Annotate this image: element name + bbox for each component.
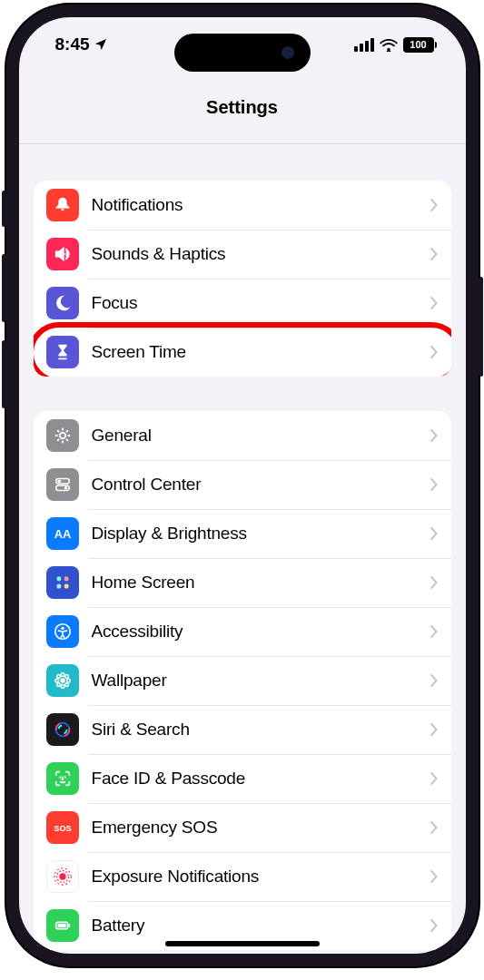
flower-icon	[46, 664, 79, 697]
chevron-right-icon	[430, 197, 439, 213]
location-icon	[94, 37, 108, 52]
volume-down-button	[2, 340, 6, 408]
row-label: Notifications	[92, 195, 430, 215]
row-accessibility[interactable]: Accessibility	[34, 607, 451, 656]
row-label: Battery	[92, 916, 430, 936]
side-button	[2, 191, 6, 227]
page-title: Settings	[206, 97, 278, 118]
status-time: 8:45	[55, 34, 90, 54]
row-label: Sounds & Haptics	[92, 244, 430, 264]
svg-point-6	[64, 486, 67, 490]
row-faceid[interactable]: Face ID & Passcode	[34, 754, 451, 803]
row-general[interactable]: General	[34, 411, 451, 460]
row-wallpaper[interactable]: Wallpaper	[34, 656, 451, 705]
speaker-icon	[46, 238, 79, 270]
power-button	[479, 277, 483, 377]
svg-point-20	[64, 675, 68, 679]
wifi-icon	[380, 38, 398, 52]
svg-rect-9	[64, 577, 68, 582]
svg-point-25	[58, 725, 66, 733]
row-sounds[interactable]: Sounds & Haptics	[34, 230, 451, 279]
settings-group-2: General Control Center AA Display & Brig…	[34, 411, 451, 950]
row-label: Emergency SOS	[92, 818, 430, 838]
settings-group-1: Notifications Sounds & Haptics Focus	[34, 181, 451, 377]
dynamic-island	[174, 34, 311, 72]
svg-point-0	[387, 47, 390, 50]
row-label: Exposure Notifications	[92, 867, 430, 887]
row-label: Screen Time	[92, 342, 430, 362]
status-left: 8:45	[55, 34, 108, 54]
row-label: Focus	[92, 293, 430, 313]
row-home-screen[interactable]: Home Screen	[34, 558, 451, 607]
row-exposure[interactable]: Exposure Notifications	[34, 852, 451, 901]
row-siri[interactable]: Siri & Search	[34, 705, 451, 754]
cellular-icon	[354, 38, 374, 52]
svg-point-14	[60, 678, 65, 683]
row-control-center[interactable]: Control Center	[34, 460, 451, 509]
svg-point-15	[61, 673, 64, 677]
chevron-right-icon	[430, 476, 439, 493]
chevron-right-icon	[430, 672, 439, 689]
switches-icon	[46, 468, 79, 501]
grid-icon	[46, 566, 79, 599]
svg-rect-31	[68, 924, 70, 927]
phone-frame: 8:45 100 Settings	[6, 5, 479, 966]
row-label: Control Center	[92, 475, 430, 495]
row-label: Siri & Search	[92, 720, 430, 740]
battery-row-icon	[46, 909, 79, 942]
row-label: General	[92, 426, 430, 446]
row-label: Wallpaper	[92, 671, 430, 691]
row-label: Accessibility	[92, 622, 430, 642]
chevron-right-icon	[430, 574, 439, 591]
row-sos[interactable]: SOS Emergency SOS	[34, 803, 451, 852]
svg-rect-10	[56, 584, 61, 589]
svg-point-16	[61, 685, 64, 689]
chevron-right-icon	[430, 721, 439, 738]
chevron-right-icon	[430, 770, 439, 787]
sos-icon: SOS	[46, 811, 79, 844]
chevron-right-icon	[430, 917, 439, 934]
row-label: Face ID & Passcode	[92, 769, 430, 789]
svg-text:AA: AA	[54, 527, 71, 541]
battery-icon: 100	[403, 37, 437, 53]
row-focus[interactable]: Focus	[34, 279, 451, 328]
svg-point-19	[56, 675, 60, 679]
chevron-right-icon	[430, 623, 439, 640]
chevron-right-icon	[430, 344, 439, 360]
svg-point-21	[56, 683, 60, 687]
volume-up-button	[2, 254, 6, 322]
hourglass-icon	[46, 336, 79, 368]
svg-point-2	[59, 433, 64, 438]
row-screen-time[interactable]: Screen Time	[34, 328, 451, 377]
chevron-right-icon	[430, 427, 439, 444]
status-right: 100	[354, 37, 437, 53]
nav-header: Settings	[19, 72, 466, 144]
row-label: Display & Brightness	[92, 524, 430, 544]
aa-icon: AA	[46, 517, 79, 550]
gear-icon	[46, 419, 79, 452]
row-label: Home Screen	[92, 573, 430, 593]
screen: 8:45 100 Settings	[19, 17, 466, 954]
svg-rect-11	[64, 584, 68, 589]
svg-point-4	[57, 480, 61, 484]
battery-level: 100	[410, 39, 426, 50]
row-display[interactable]: AA Display & Brightness	[34, 509, 451, 558]
chevron-right-icon	[430, 819, 439, 836]
home-indicator[interactable]	[165, 941, 320, 946]
chevron-right-icon	[430, 525, 439, 542]
chevron-right-icon	[430, 868, 439, 885]
chevron-right-icon	[430, 295, 439, 311]
moon-icon	[46, 287, 79, 319]
person-circle-icon	[46, 615, 79, 648]
svg-text:SOS: SOS	[54, 824, 71, 833]
svg-rect-8	[56, 577, 61, 582]
svg-rect-32	[57, 924, 65, 927]
svg-rect-1	[55, 207, 69, 209]
chevron-right-icon	[430, 246, 439, 262]
face-icon	[46, 762, 79, 795]
svg-point-22	[64, 683, 68, 687]
exposure-icon	[46, 860, 79, 893]
svg-point-27	[59, 873, 65, 879]
row-notifications[interactable]: Notifications	[34, 181, 451, 230]
settings-list[interactable]: Notifications Sounds & Haptics Focus	[19, 144, 466, 954]
